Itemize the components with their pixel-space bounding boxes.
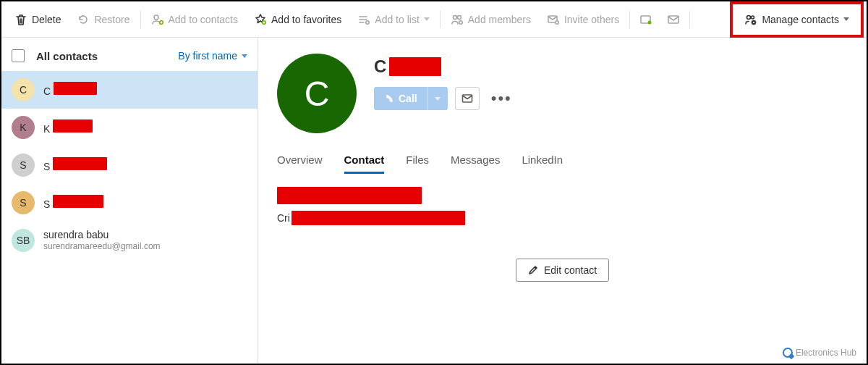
contact-list: CC KK SS SS SBsurendra babusurendramaree… xyxy=(1,71,258,259)
avatar: SB xyxy=(12,229,35,252)
contact-text: S xyxy=(43,195,103,211)
edit-contact-label: Edit contact xyxy=(544,264,597,276)
avatar: S xyxy=(12,191,35,214)
call-button[interactable]: Call xyxy=(374,87,427,110)
person-add-icon xyxy=(151,13,164,26)
sidebar-title: All contacts xyxy=(36,50,98,62)
contact-name: S xyxy=(43,157,107,173)
detail-tabs: OverviewContactFilesMessagesLinkedIn xyxy=(277,154,848,174)
manage-contacts-highlight: Manage contacts xyxy=(730,1,864,38)
invite-others-label: Invite others xyxy=(564,14,619,25)
card-icon xyxy=(639,13,652,26)
contacts-sidebar: All contacts By first name CC KK SS SS S… xyxy=(1,38,258,364)
add-members-label: Add members xyxy=(468,14,531,25)
tab-overview[interactable]: Overview xyxy=(277,154,323,174)
mail-icon xyxy=(667,13,680,26)
avatar: K xyxy=(12,116,35,139)
separator xyxy=(689,11,690,28)
tab-contact[interactable]: Contact xyxy=(344,154,385,174)
contact-subtext: surendramareedu@gmail.com xyxy=(43,241,161,251)
contact-item[interactable]: KK xyxy=(1,109,258,146)
contact-item[interactable]: SS xyxy=(1,146,258,184)
manage-contacts-button[interactable]: Manage contacts xyxy=(739,7,855,32)
people-add-icon xyxy=(451,13,464,26)
ellipsis-icon: ••• xyxy=(491,89,512,107)
contact-text: surendra babusurendramareedu@gmail.com xyxy=(43,229,161,251)
redaction xyxy=(389,57,441,76)
contact-info-line: Cri xyxy=(277,211,848,225)
delete-label: Delete xyxy=(32,14,61,25)
add-to-contacts-label: Add to contacts xyxy=(169,14,239,25)
contact-name: K xyxy=(43,119,93,135)
call-split-button[interactable]: Call xyxy=(374,87,448,110)
sort-button[interactable]: By first name xyxy=(178,50,247,62)
avatar-large: C xyxy=(277,54,357,133)
invite-others-button: Invite others xyxy=(541,7,625,32)
tab-files[interactable]: Files xyxy=(406,154,429,174)
svg-rect-11 xyxy=(668,16,678,23)
chevron-down-icon xyxy=(435,97,441,101)
people-gear-icon xyxy=(744,13,757,26)
call-label: Call xyxy=(399,93,417,104)
pencil-icon xyxy=(528,265,538,275)
contact-text: K xyxy=(43,119,93,135)
add-members-button: Add members xyxy=(445,7,537,32)
tab-linkedin[interactable]: LinkedIn xyxy=(522,154,563,174)
toolbar: Delete Restore Add to contacts Add to fa… xyxy=(1,1,867,38)
contact-text: C xyxy=(43,82,97,98)
email-button[interactable] xyxy=(455,87,480,110)
section-title: Contact information xyxy=(277,188,848,204)
separator xyxy=(440,11,441,28)
contact-item[interactable]: SBsurendra babusurendramareedu@gmail.com xyxy=(1,222,258,259)
add-to-favorites-button[interactable]: Add to favorites xyxy=(248,7,347,32)
edit-contact-button[interactable]: Edit contact xyxy=(516,259,609,282)
contact-name: S xyxy=(43,195,103,211)
profile-name-prefix: C xyxy=(374,56,386,77)
redaction xyxy=(53,157,107,170)
delete-button[interactable]: Delete xyxy=(9,7,67,32)
add-to-list-label: Add to list xyxy=(375,14,419,25)
redaction xyxy=(54,82,97,95)
add-to-list-button: Add to list xyxy=(352,7,435,32)
info-prefix: Cri xyxy=(277,212,290,224)
svg-point-13 xyxy=(752,16,754,19)
svg-point-5 xyxy=(457,15,461,19)
tab-messages[interactable]: Messages xyxy=(451,154,500,174)
contact-item[interactable]: CC xyxy=(1,71,258,109)
svg-point-12 xyxy=(747,15,751,19)
profile-name: C xyxy=(374,56,516,77)
avatar: S xyxy=(12,154,35,177)
card-icon-button[interactable] xyxy=(634,7,658,32)
restore-label: Restore xyxy=(94,14,129,25)
contact-name: surendra babu xyxy=(43,229,161,241)
redaction xyxy=(53,119,93,133)
call-dropdown[interactable] xyxy=(427,87,448,110)
select-all-checkbox[interactable] xyxy=(12,49,25,62)
svg-point-4 xyxy=(453,15,456,19)
watermark: Electronics Hub xyxy=(783,348,856,358)
chevron-down-icon xyxy=(843,17,849,21)
sort-label: By first name xyxy=(178,50,237,62)
contact-item[interactable]: SS xyxy=(1,184,258,222)
watermark-icon xyxy=(783,348,793,358)
star-add-icon xyxy=(254,13,267,26)
contact-text: S xyxy=(43,157,107,173)
separator xyxy=(629,11,630,28)
svg-point-0 xyxy=(154,15,158,20)
separator xyxy=(140,11,141,28)
chevron-down-icon xyxy=(242,54,247,58)
restore-button: Restore xyxy=(71,7,135,32)
contact-detail-pane: C C Call xyxy=(258,38,867,364)
more-actions-button[interactable]: ••• xyxy=(487,89,516,108)
add-to-favorites-label: Add to favorites xyxy=(271,14,341,25)
mail-icon-button[interactable] xyxy=(662,7,685,32)
manage-contacts-label: Manage contacts xyxy=(762,14,839,25)
watermark-text: Electronics Hub xyxy=(796,348,856,358)
contact-name: C xyxy=(43,82,97,98)
redaction xyxy=(277,187,422,204)
list-add-icon xyxy=(357,13,370,26)
redaction xyxy=(53,195,103,208)
redaction xyxy=(292,211,465,225)
trash-icon xyxy=(14,13,27,26)
avatar: C xyxy=(12,78,35,101)
